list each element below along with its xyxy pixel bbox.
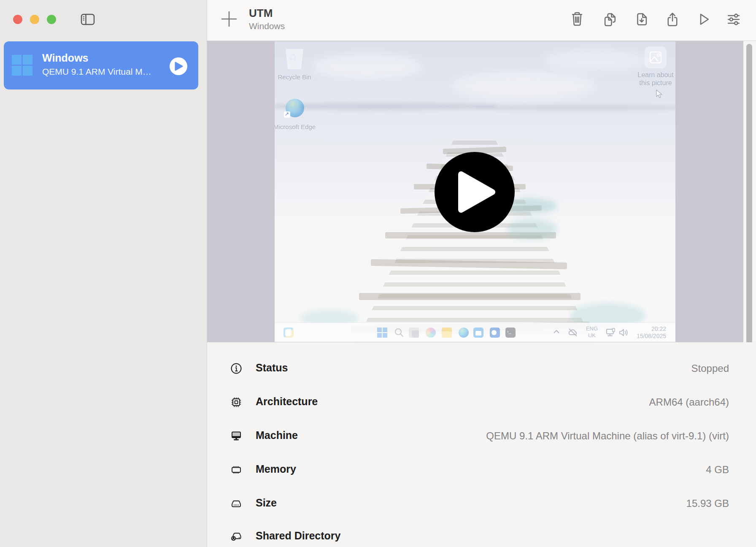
start-vm-overlay-button[interactable]: [435, 152, 515, 232]
sidebar-toggle-icon: [78, 12, 97, 27]
plus-icon: [220, 9, 238, 29]
detail-row-memory: Memory 4 GB: [207, 458, 756, 482]
onedrive-offline-icon: [567, 328, 578, 337]
close-window-button[interactable]: [13, 15, 22, 24]
microsoft-store-icon: [473, 328, 483, 338]
terminal-icon: [505, 328, 516, 338]
vm-details-panel: Status Stopped Architecture ARM64 (aarch…: [207, 342, 756, 547]
run-vm-button[interactable]: [694, 10, 713, 29]
duplicate-icon: [600, 10, 619, 29]
toolbar: UTM Windows: [207, 0, 756, 41]
vm-list-item-windows[interactable]: Windows QEMU 9.1 ARM Virtual M…: [4, 41, 198, 89]
minimize-window-button[interactable]: [30, 15, 39, 24]
vm-run-button[interactable]: [170, 57, 187, 75]
move-vm-button[interactable]: [632, 10, 651, 29]
edit-vm-button[interactable]: [724, 10, 743, 29]
tray-chevron-up-icon: [552, 328, 561, 336]
sidebar: Windows QEMU 9.1 ARM Virtual M…: [0, 0, 207, 547]
task-view-icon: [409, 328, 419, 338]
play-overlay-icon: [458, 171, 496, 213]
mouse-cursor-icon: [655, 89, 664, 100]
learn-about-picture-label: Learn aboutthis picture: [626, 71, 675, 87]
copilot-icon: [426, 328, 436, 338]
detail-row-architecture: Architecture ARM64 (aarch64): [207, 390, 756, 414]
run-icon: [694, 10, 713, 29]
windows-taskbar: ENGUK 20:2215/08/2025: [275, 322, 675, 342]
detail-row-status: Status Stopped: [207, 357, 756, 380]
zoom-window-button[interactable]: [47, 15, 56, 24]
sliders-icon: [724, 10, 743, 29]
share-vm-button[interactable]: [663, 10, 682, 29]
window-title: UTM: [249, 7, 273, 20]
shortcut-arrow-icon: [284, 111, 290, 118]
play-icon: [175, 62, 183, 71]
detail-row-size: Size 15.93 GB: [207, 492, 756, 515]
vm-screenshot-preview[interactable]: Recycle Bin Microsoft Edge Learn aboutth…: [207, 41, 756, 342]
recycle-bin-icon: [285, 48, 304, 70]
utm-window: Windows QEMU 9.1 ARM Virtual M… UTM Wind…: [0, 0, 756, 547]
windows-logo-icon: [12, 55, 33, 76]
clone-vm-button[interactable]: [600, 10, 619, 29]
language-indicator: ENGUK: [585, 325, 599, 339]
display-icon: [229, 430, 243, 442]
info-icon: [229, 362, 243, 375]
drive-icon: [229, 497, 243, 510]
memory-icon: [229, 463, 243, 476]
new-vm-button[interactable]: [220, 9, 238, 29]
network-display-icon: [605, 328, 616, 337]
main-panel: UTM Windows: [207, 0, 756, 547]
sidebar-toggle-button[interactable]: [78, 12, 97, 27]
vm-name: Windows: [42, 52, 89, 64]
edge-label: Microsoft Edge: [275, 123, 324, 131]
detail-row-machine: Machine QEMU 9.1 ARM Virtual Machine (al…: [207, 424, 756, 448]
edge-taskbar-icon: [459, 328, 469, 338]
cpu-icon: [229, 396, 243, 409]
shared-drive-icon: [229, 530, 243, 543]
taskbar-clock: 20:2215/08/2025: [637, 325, 666, 340]
delete-vm-button[interactable]: [567, 10, 587, 29]
document-download-icon: [632, 10, 651, 29]
detail-row-shared-directory: Shared Directory Browse…: [207, 525, 756, 547]
speaker-icon: [618, 328, 630, 337]
window-subtitle: Windows: [249, 21, 285, 31]
trash-icon: [567, 10, 587, 29]
search-icon: [394, 328, 404, 338]
recycle-bin-label: Recycle Bin: [275, 73, 324, 81]
outlook-icon: [490, 328, 500, 338]
file-explorer-icon: [442, 328, 452, 338]
learn-about-picture-icon: [645, 46, 667, 68]
start-button-icon: [377, 328, 387, 338]
share-icon: [663, 10, 682, 29]
vm-subtitle: QEMU 9.1 ARM Virtual M…: [42, 67, 151, 77]
widgets-icon: [284, 328, 294, 338]
